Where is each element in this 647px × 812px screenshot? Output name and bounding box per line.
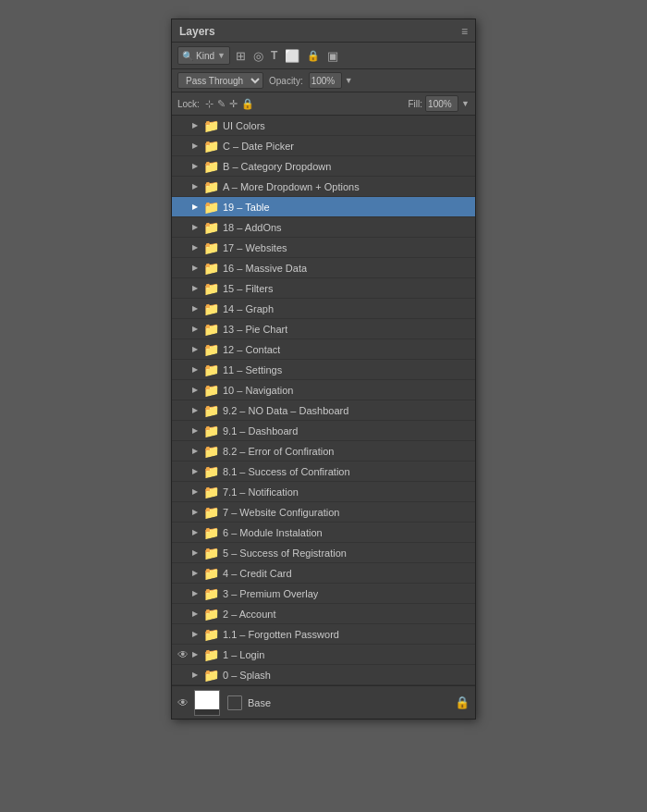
layer-item[interactable]: ▶📁18 – AddOns [172, 217, 475, 238]
layer-name-label: C – Date Picker [223, 141, 294, 152]
opacity-input[interactable] [309, 72, 342, 89]
layer-expand-arrow[interactable]: ▶ [192, 386, 201, 394]
filter-adjustment-icon[interactable]: ◎ [251, 48, 265, 64]
layer-expand-arrow[interactable]: ▶ [192, 650, 201, 658]
layer-name-label: 9.2 – NO Data – Dashboard [223, 405, 348, 416]
layer-item[interactable]: ▶📁8.1 – Success of Confiration [172, 461, 475, 482]
layer-expand-arrow[interactable]: ▶ [192, 630, 201, 638]
layer-expand-arrow[interactable]: ▶ [192, 406, 201, 414]
layer-item[interactable]: ▶📁10 – Navigation [172, 380, 475, 400]
layer-name-label: 3 – Premium Overlay [223, 588, 318, 599]
panel-menu-icon[interactable]: ≡ [461, 25, 468, 38]
fill-arrow[interactable]: ▼ [461, 99, 470, 108]
base-layer-thumbnail [194, 690, 220, 716]
layer-item[interactable]: ▶📁13 – Pie Chart [172, 319, 475, 339]
layer-name-label: A – More Dropdown + Options [223, 181, 360, 192]
layer-visibility-icon[interactable]: 👁 [176, 648, 190, 661]
layer-item[interactable]: ▶📁1.1 – Forgotten Password [172, 624, 475, 645]
layer-name-label: 2 – Account [223, 609, 276, 620]
search-kind-label: Kind [196, 51, 214, 61]
layer-item[interactable]: ▶📁7 – Website Configuration [172, 502, 475, 523]
layer-expand-arrow[interactable]: ▶ [192, 528, 201, 536]
layer-expand-arrow[interactable]: ▶ [192, 426, 201, 435]
layer-expand-arrow[interactable]: ▶ [192, 508, 201, 516]
panel-header: Layers ≡ [172, 19, 475, 43]
filter-shape-icon[interactable]: ⬜ [283, 48, 301, 64]
layer-item[interactable]: ▶📁14 – Graph [172, 299, 475, 319]
panel-title: Layers [179, 25, 215, 38]
layer-expand-arrow[interactable]: ▶ [192, 569, 201, 577]
layer-expand-arrow[interactable]: ▶ [192, 203, 201, 211]
layer-item[interactable]: ▶📁16 – Massive Data [172, 258, 475, 278]
layer-item[interactable]: ▶📁12 – Contact [172, 339, 475, 360]
footer-eye-icon[interactable]: 👁 [177, 696, 189, 709]
layer-name-label: 1 – Login [223, 649, 264, 660]
layer-folder-icon: 📁 [203, 220, 219, 235]
layer-item[interactable]: ▶📁3 – Premium Overlay [172, 584, 475, 604]
fill-input[interactable] [425, 95, 458, 112]
layer-item[interactable]: ▶📁9.1 – Dashboard [172, 421, 475, 441]
opacity-arrow[interactable]: ▼ [345, 76, 353, 85]
layer-link-icon[interactable] [227, 695, 242, 710]
lock-all-icon[interactable]: 🔒 [241, 98, 254, 110]
layer-item[interactable]: ▶📁5 – Success of Registration [172, 543, 475, 563]
layer-item[interactable]: ▶📁0 – Splash [172, 665, 475, 685]
layer-item[interactable]: ▶📁4 – Credit Card [172, 563, 475, 584]
layer-name-label: 4 – Credit Card [223, 568, 292, 579]
layer-expand-arrow[interactable]: ▶ [192, 141, 201, 150]
layer-expand-arrow[interactable]: ▶ [192, 447, 201, 455]
layer-name-label: 5 – Success of Registration [223, 547, 347, 559]
layer-expand-arrow[interactable]: ▶ [192, 182, 201, 191]
layer-name-label: 17 – Websites [223, 242, 287, 253]
layer-expand-arrow[interactable]: ▶ [192, 548, 201, 557]
lock-pixels-icon[interactable]: ⊹ [205, 98, 214, 110]
layer-item[interactable]: ▶📁C – Date Picker [172, 136, 475, 156]
lock-paint-icon[interactable]: ✎ [217, 98, 226, 110]
filter-artboard-icon[interactable]: 🔒 [305, 49, 322, 63]
layer-item[interactable]: ▶📁11 – Settings [172, 360, 475, 380]
layer-expand-arrow[interactable]: ▶ [192, 345, 201, 353]
filter-type-icon[interactable]: T [269, 48, 279, 63]
layer-expand-arrow[interactable]: ▶ [192, 467, 201, 475]
layer-expand-arrow[interactable]: ▶ [192, 162, 201, 170]
layer-item[interactable]: ▶📁A – More Dropdown + Options [172, 177, 475, 197]
layer-item[interactable]: ▶📁UI Colors [172, 116, 475, 136]
layer-folder-icon: 📁 [203, 179, 219, 194]
layer-expand-arrow[interactable]: ▶ [192, 589, 201, 597]
search-box[interactable]: 🔍 Kind ▼ [177, 46, 230, 65]
layer-item[interactable]: ▶📁2 – Account [172, 604, 475, 624]
filter-image-icon[interactable]: ⊞ [234, 48, 248, 64]
panel-footer: 👁 Base 🔒 [172, 685, 475, 719]
layer-folder-icon: 📁 [203, 668, 219, 683]
layer-item[interactable]: ▶📁15 – Filters [172, 278, 475, 299]
layer-name-label: 6 – Module Instalation [223, 527, 323, 538]
layer-item[interactable]: ▶📁6 – Module Instalation [172, 523, 475, 543]
layer-expand-arrow[interactable]: ▶ [192, 304, 201, 313]
layer-expand-arrow[interactable]: ▶ [192, 264, 201, 272]
layer-expand-arrow[interactable]: ▶ [192, 243, 201, 252]
layer-expand-arrow[interactable]: ▶ [192, 365, 201, 374]
layer-folder-icon: 📁 [203, 301, 219, 316]
filter-extra-icon[interactable]: ▣ [325, 48, 340, 64]
layer-item[interactable]: ▶📁9.2 – NO Data – Dashboard [172, 400, 475, 421]
layer-name-label: 1.1 – Forgotten Password [223, 629, 339, 640]
layer-expand-arrow[interactable]: ▶ [192, 121, 201, 129]
layer-expand-arrow[interactable]: ▶ [192, 223, 201, 231]
layer-item[interactable]: ▶📁7.1 – Notification [172, 482, 475, 502]
layer-item[interactable]: 👁▶📁1 – Login [172, 645, 475, 665]
layer-item[interactable]: ▶📁17 – Websites [172, 238, 475, 258]
layer-item[interactable]: ▶📁19 – Table [172, 197, 475, 217]
layer-expand-arrow[interactable]: ▶ [192, 325, 201, 333]
search-dropdown-arrow[interactable]: ▼ [217, 51, 226, 60]
layer-expand-arrow[interactable]: ▶ [192, 487, 201, 496]
layer-folder-icon: 📁 [203, 200, 219, 215]
layers-panel: Layers ≡ 🔍 Kind ▼ ⊞ ◎ T ⬜ 🔒 ▣ Pass Throu… [171, 18, 476, 720]
blend-mode-dropdown[interactable]: Pass Through [177, 72, 263, 89]
layer-expand-arrow[interactable]: ▶ [192, 609, 201, 618]
layer-expand-arrow[interactable]: ▶ [192, 284, 201, 292]
layer-expand-arrow[interactable]: ▶ [192, 671, 201, 679]
lock-move-icon[interactable]: ✛ [229, 98, 238, 110]
layer-item[interactable]: ▶📁B – Category Dropdown [172, 156, 475, 177]
layer-item[interactable]: ▶📁8.2 – Error of Confiration [172, 441, 475, 461]
toolbar-row: 🔍 Kind ▼ ⊞ ◎ T ⬜ 🔒 ▣ [172, 43, 475, 69]
